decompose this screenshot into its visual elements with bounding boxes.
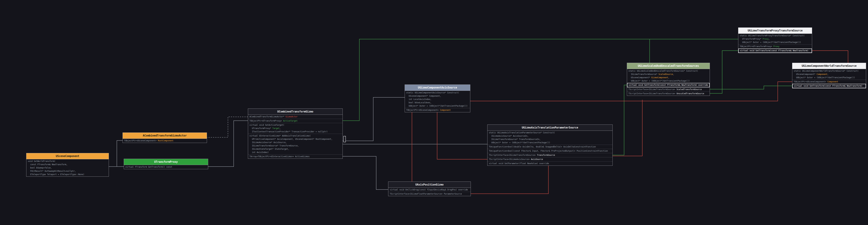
member-row[interactable]: TUniqueFunction<bool(double AxisDelta, d… <box>488 145 613 149</box>
member-line: TScriptInterface<IGizmoTransformSource> … <box>628 92 708 95</box>
class-node-ugizmocomponentworldtransformsource[interactable]: UGizmoComponentWorldTransformSourcestati… <box>792 63 866 88</box>
class-title-ugizmoscaledandunscaledtransformsources[interactable]: UGizmoScaledAndUnscaledTransformSources <box>627 63 710 69</box>
class-node-uscenecomponent[interactable]: USceneComponentvoid SetWorldTransform(co… <box>26 153 109 177</box>
edge-bundle-node[interactable] <box>343 136 346 142</box>
diagram-canvas[interactable]: USceneComponentvoid SetWorldTransform(co… <box>0 0 868 225</box>
member-symbol-orange: GizmoComponent <box>651 76 668 79</box>
member-line: UPrimitiveComponent* AxisComponent, USce… <box>249 138 341 141</box>
class-body: static UGizmoComponentWorldTransformSour… <box>792 69 866 88</box>
member-row[interactable]: TObjectPtr<USceneComponent> Component <box>405 108 470 112</box>
member-row[interactable]: TObjectPtr<UTransformProxy> Proxy <box>738 44 812 49</box>
class-node-ucombinedtransformgizmo[interactable]: UCombinedTransformGizmoACombinedTransfor… <box>248 109 343 159</box>
member-line: TUniqueFunction<bool(double AxisDelta, d… <box>489 145 611 148</box>
member-row[interactable]: static UGizmoComponentWorldTransformSour… <box>792 69 866 80</box>
member-symbol-orange: ScaledSource <box>658 73 673 76</box>
member-line: UObject* Outer = (UObject*)GetTransientP… <box>794 76 865 79</box>
class-title-acombinedtransformgizmoactor[interactable]: ACombinedTransformGizmoActor <box>123 133 207 139</box>
class-title-ugizmoaxistranslationparametersource[interactable]: UGizmoAxisTranslationParameterSource <box>488 125 613 131</box>
member-text: UObject* Outer = (UObject*)GetTransientP… <box>742 41 801 44</box>
member-text: virtual void SetTransform(const FTransfo… <box>794 85 863 87</box>
member-symbol-white: UnscaledTransformSource <box>677 92 704 95</box>
class-title-uscenecomponent[interactable]: USceneComponent <box>26 153 109 159</box>
member-text: IGizmoTransformSource* TransformSource, <box>252 144 299 147</box>
member-text: TUniqueFunction<bool(const FVector& Inpu… <box>489 150 608 152</box>
member-row[interactable]: virtual void OnClickDrag(const FInputDev… <box>389 188 471 192</box>
class-node-ugizmoaxistranslationparametersource[interactable]: UGizmoAxisTranslationParameterSourcestat… <box>487 124 613 166</box>
member-row[interactable]: TScriptInterface<IGizmoTransformSource> … <box>627 91 710 96</box>
class-node-ugizmocomponentaxissource[interactable]: UGizmoComponentAxisSourcestatic UGizmoCo… <box>405 85 470 112</box>
member-text: void SetWorldTransform( <box>28 160 55 162</box>
member-line: TObjectPtr<USceneComponent> RootComponen… <box>124 139 205 142</box>
member-line: IGizmoTransformSource* ScaledSource, <box>628 73 708 76</box>
member-row[interactable]: static UGizmoScaledAndUnscaledTransformS… <box>627 69 710 83</box>
member-text: ACombinedTransformGizmoActor* <box>249 115 286 118</box>
member-text: virtual UInteractiveGizmo* AddAxisTransl… <box>249 135 311 137</box>
class-node-acombinedtransformgizmoactor[interactable]: ACombinedTransformGizmoActorTObjectPtr<U… <box>123 133 207 143</box>
member-row[interactable]: void SetWorldTransform(const FTransform&… <box>26 159 109 176</box>
member-text: virtual void OnClickDrag(const FInputDev… <box>390 189 468 191</box>
member-row[interactable]: static UGizmoTransformProxyTransformSour… <box>738 34 812 44</box>
member-row[interactable]: TScriptInterface<IGizmoTransformSource> … <box>488 153 613 157</box>
member-line: UObject* Outer = (UObject*)GetTransientP… <box>740 41 810 44</box>
member-line: IGizmoTransformSource* TransformSource, <box>249 144 341 147</box>
class-title-ugizmotransformproxytransformsource[interactable]: UGizmoTransformProxyTransformSource <box>738 28 812 34</box>
member-row[interactable]: virtual void SetActiveTarget(UTransformP… <box>248 123 342 134</box>
member-text: USceneComponent* <box>631 76 651 79</box>
class-node-utransformproxy[interactable]: UTransformProxyvirtual FTransform GetTra… <box>124 159 208 169</box>
member-text: int LocalAxisIndex, <box>409 98 432 101</box>
member-row-highlighted[interactable]: virtual void SetTransform(const FTransfo… <box>792 84 866 88</box>
member-row-highlighted[interactable]: virtual void SetTransform(const FTransfo… <box>738 49 812 53</box>
member-row[interactable]: TObjectPtr<UTransformProxy> ActiveTarget <box>248 119 342 123</box>
member-row[interactable]: TArray<TObjectPtr<UInteractiveGizmo>> Ac… <box>248 154 342 159</box>
member-text: IGizmoTransformSource* TransformSourceIn… <box>491 138 540 140</box>
member-text: UPrimitiveComponent* AxisComponent, USce… <box>252 138 333 140</box>
member-row[interactable]: TScriptInterface<IGizmoTransformSource> … <box>627 87 710 91</box>
member-text: , <box>827 73 829 76</box>
class-title-uaxispositiongizmo[interactable]: UAxisPositionGizmo <box>389 182 471 188</box>
member-line: TObjectPtr<USceneComponent> Component <box>794 80 865 83</box>
class-node-ugizmoscaledandunscaledtransformsources[interactable]: UGizmoScaledAndUnscaledTransformSourcess… <box>627 63 710 96</box>
member-row[interactable]: TUniqueFunction<bool(const FVector& Inpu… <box>488 149 613 153</box>
member-row[interactable]: static UGizmoAxisTranslationParameterSou… <box>488 131 613 145</box>
member-text: , <box>668 76 670 79</box>
member-row[interactable]: virtual FTransform GetTransform() const <box>124 165 208 169</box>
member-row[interactable]: TScriptInterface<IGizmoAxisSource> AxisS… <box>488 157 613 161</box>
member-row[interactable]: ACombinedTransformGizmoActor* GizmoActor <box>248 115 342 119</box>
class-body: ACombinedTransformGizmoActor* GizmoActor… <box>248 115 342 159</box>
member-row[interactable]: static UGizmoComponentAxisSource* Constr… <box>405 91 470 108</box>
member-text: TObjectPtr<USceneComponent> <box>406 109 440 111</box>
member-row[interactable]: TScriptInterface<IGizmoFloatParameterSou… <box>389 192 471 196</box>
class-body: TObjectPtr<USceneComponent> RootComponen… <box>123 139 207 143</box>
edge-parametersource-to-setparameter <box>471 165 549 194</box>
class-body: static UGizmoAxisTranslationParameterSou… <box>488 131 613 166</box>
member-row[interactable]: virtual void SetParameter(float NewValue… <box>488 161 613 166</box>
member-row-highlighted[interactable]: virtual void SetTransform(const FTransfo… <box>627 83 710 87</box>
member-row[interactable]: TObjectPtr<USceneComponent> RootComponen… <box>123 139 207 143</box>
member-text: static UGizmoTransformProxyTransformSour… <box>740 34 805 37</box>
member-text: TScriptInterface<IGizmoFloatParameterSou… <box>390 193 462 195</box>
member-line: IToolContextTransactionProvider* Transac… <box>249 130 341 133</box>
member-line: virtual void SetActiveTarget( <box>249 123 341 127</box>
member-text: UTransformProxy* <box>252 127 272 130</box>
member-line: FHitResult* OutSweepHitResult=nullptr, <box>28 170 107 173</box>
class-body: static UGizmoScaledAndUnscaledTransformS… <box>627 69 710 96</box>
member-row[interactable]: TObjectPtr<USceneComponent> Component <box>792 80 866 84</box>
member-line: IGizmoStateTarget* StateTarget, <box>249 147 341 151</box>
member-text: IToolContextTransactionProvider* Transac… <box>252 131 328 133</box>
member-line: virtual FTransform GetTransform() const <box>125 165 207 169</box>
class-node-ugizmotransformproxytransformsource[interactable]: UGizmoTransformProxyTransformSourcestati… <box>738 27 812 53</box>
member-text: UObject* Outer = (UObject*)GetTransientP… <box>796 76 855 79</box>
member-line: static UGizmoAxisTranslationParameterSou… <box>489 131 611 134</box>
class-title-ugizmocomponentaxissource[interactable]: UGizmoComponentAxisSource <box>405 85 470 91</box>
class-title-utransformproxy[interactable]: UTransformProxy <box>124 159 208 165</box>
class-title-ugizmocomponentworldtransformsource[interactable]: UGizmoComponentWorldTransformSource <box>792 63 866 69</box>
member-row[interactable]: virtual UInteractiveGizmo* AddAxisTransl… <box>248 134 342 154</box>
member-text: FHitResult* OutSweepHitResult=nullptr, <box>30 170 76 172</box>
member-line: UObject* Outer = (UObject*)GetTransientP… <box>406 104 469 108</box>
member-text: ETeleportType Teleport = ETeleportType::… <box>30 173 84 176</box>
member-line: bool bSweep=false, <box>28 166 107 170</box>
class-node-uaxispositiongizmo[interactable]: UAxisPositionGizmovirtual void OnClickDr… <box>388 181 471 196</box>
class-title-ucombinedtransformgizmo[interactable]: UCombinedTransformGizmo <box>248 109 342 115</box>
member-line: virtual void SetTransform(const FTransfo… <box>794 84 864 88</box>
member-text: , <box>673 73 674 76</box>
